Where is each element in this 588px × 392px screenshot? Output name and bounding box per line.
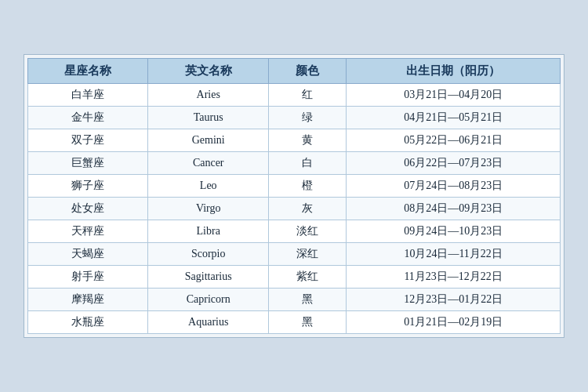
cell-english-name: Taurus	[148, 107, 268, 129]
cell-chinese-name: 白羊座	[28, 84, 148, 107]
cell-color: 淡红	[268, 220, 346, 243]
cell-dates: 12月23日—01月22日	[347, 289, 561, 311]
header-color: 颜色	[268, 59, 346, 84]
header-chinese-name: 星座名称	[28, 59, 148, 84]
cell-color: 深红	[268, 243, 346, 266]
cell-chinese-name: 射手座	[28, 266, 148, 289]
table-row: 天蝎座Scorpio深红10月24日—11月22日	[28, 243, 561, 266]
table-row: 摩羯座Capricorn黑12月23日—01月22日	[28, 289, 561, 311]
cell-dates: 11月23日—12月22日	[347, 266, 561, 289]
cell-english-name: Leo	[148, 175, 268, 198]
cell-english-name: Scorpio	[148, 243, 268, 266]
cell-color: 橙	[268, 175, 346, 198]
cell-english-name: Virgo	[148, 198, 268, 220]
table-row: 天秤座Libra淡红09月24日—10月23日	[28, 220, 561, 243]
cell-dates: 08月24日—09月23日	[347, 198, 561, 220]
cell-dates: 09月24日—10月23日	[347, 220, 561, 243]
cell-dates: 04月21日—05月21日	[347, 107, 561, 129]
table-body: 白羊座Aries红03月21日—04月20日金牛座Taurus绿04月21日—0…	[28, 84, 561, 334]
cell-chinese-name: 双子座	[28, 129, 148, 152]
cell-color: 黑	[268, 289, 346, 311]
cell-english-name: Libra	[148, 220, 268, 243]
zodiac-table-container: 星座名称 英文名称 颜色 出生日期（阳历） 白羊座Aries红03月21日—04…	[24, 54, 564, 338]
cell-english-name: Sagittarius	[148, 266, 268, 289]
cell-dates: 06月22日—07月23日	[347, 152, 561, 175]
cell-dates: 07月24日—08月23日	[347, 175, 561, 198]
header-english-name: 英文名称	[148, 59, 268, 84]
cell-chinese-name: 金牛座	[28, 107, 148, 129]
cell-chinese-name: 天蝎座	[28, 243, 148, 266]
cell-dates: 10月24日—11月22日	[347, 243, 561, 266]
table-row: 处女座Virgo灰08月24日—09月23日	[28, 198, 561, 220]
cell-chinese-name: 处女座	[28, 198, 148, 220]
cell-english-name: Aries	[148, 84, 268, 107]
cell-chinese-name: 巨蟹座	[28, 152, 148, 175]
header-dates: 出生日期（阳历）	[347, 59, 561, 84]
cell-english-name: Capricorn	[148, 289, 268, 311]
table-header-row: 星座名称 英文名称 颜色 出生日期（阳历）	[28, 59, 561, 84]
table-row: 射手座Sagittarius紫红11月23日—12月22日	[28, 266, 561, 289]
cell-color: 黑	[268, 311, 346, 334]
cell-dates: 05月22日—06月21日	[347, 129, 561, 152]
cell-dates: 03月21日—04月20日	[347, 84, 561, 107]
table-row: 巨蟹座Cancer白06月22日—07月23日	[28, 152, 561, 175]
cell-color: 灰	[268, 198, 346, 220]
table-row: 狮子座Leo橙07月24日—08月23日	[28, 175, 561, 198]
zodiac-table: 星座名称 英文名称 颜色 出生日期（阳历） 白羊座Aries红03月21日—04…	[27, 58, 561, 334]
cell-chinese-name: 狮子座	[28, 175, 148, 198]
table-row: 水瓶座Aquarius黑01月21日—02月19日	[28, 311, 561, 334]
cell-color: 绿	[268, 107, 346, 129]
table-row: 白羊座Aries红03月21日—04月20日	[28, 84, 561, 107]
cell-chinese-name: 水瓶座	[28, 311, 148, 334]
cell-color: 紫红	[268, 266, 346, 289]
cell-english-name: Aquarius	[148, 311, 268, 334]
table-row: 金牛座Taurus绿04月21日—05月21日	[28, 107, 561, 129]
cell-english-name: Cancer	[148, 152, 268, 175]
cell-color: 红	[268, 84, 346, 107]
cell-english-name: Gemini	[148, 129, 268, 152]
cell-color: 黄	[268, 129, 346, 152]
cell-chinese-name: 天秤座	[28, 220, 148, 243]
cell-dates: 01月21日—02月19日	[347, 311, 561, 334]
cell-chinese-name: 摩羯座	[28, 289, 148, 311]
cell-color: 白	[268, 152, 346, 175]
table-row: 双子座Gemini黄05月22日—06月21日	[28, 129, 561, 152]
